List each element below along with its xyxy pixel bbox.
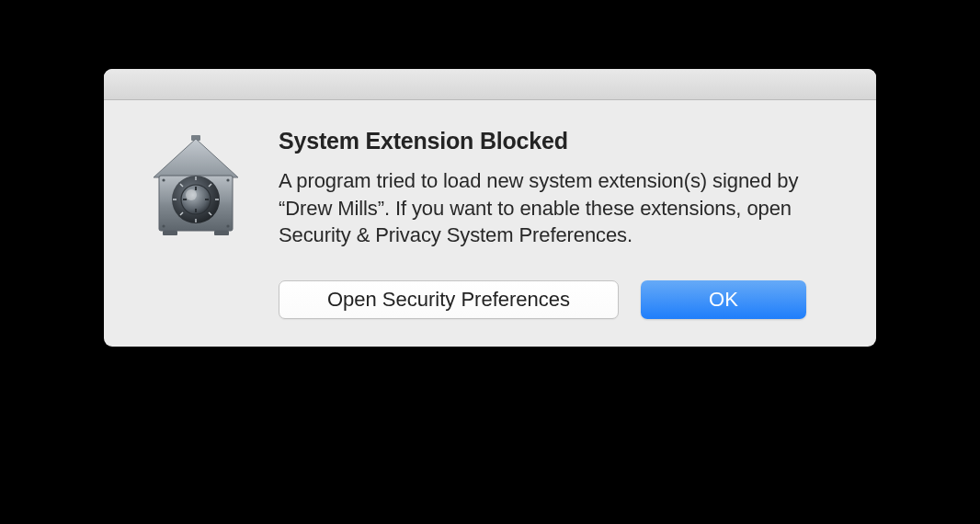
dialog-title: System Extension Blocked [279, 128, 849, 154]
svg-point-6 [226, 224, 229, 227]
dialog-titlebar [104, 69, 876, 100]
dialog-button-row: Open Security Preferences OK [279, 280, 849, 319]
ok-button[interactable]: OK [641, 280, 806, 319]
svg-point-17 [186, 189, 197, 200]
dialog-message: A program tried to load new system exten… [279, 167, 849, 249]
dialog-icon-column [141, 128, 251, 319]
dialog-text-column: System Extension Blocked A program tried… [279, 128, 849, 319]
svg-point-5 [162, 224, 165, 227]
open-security-preferences-button[interactable]: Open Security Preferences [279, 280, 619, 319]
dialog-content: System Extension Blocked A program tried… [104, 100, 876, 347]
security-house-vault-icon [141, 133, 251, 244]
svg-marker-1 [154, 139, 238, 177]
svg-point-4 [226, 178, 229, 181]
svg-point-3 [162, 178, 165, 181]
svg-rect-23 [214, 231, 229, 235]
system-alert-dialog: System Extension Blocked A program tried… [104, 69, 876, 347]
svg-rect-22 [163, 231, 177, 235]
